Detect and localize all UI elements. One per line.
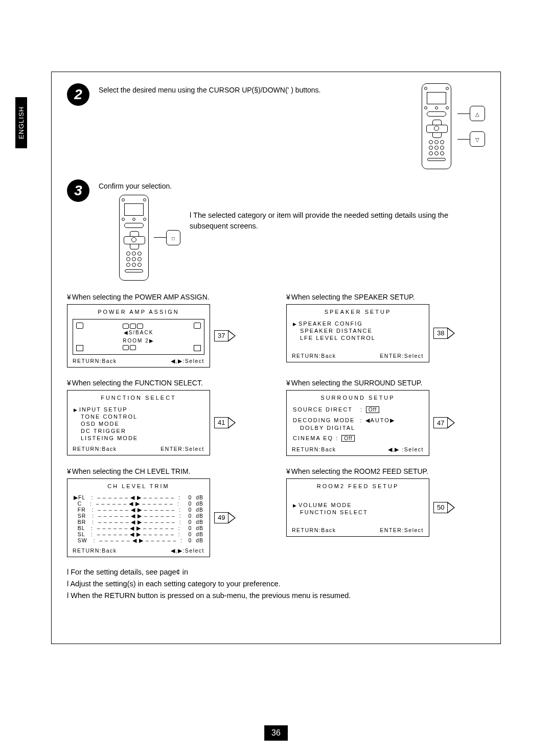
osd-footer-left: RETURN:Back	[73, 547, 117, 554]
osd-footer-left: RETURN:Back	[292, 446, 336, 452]
caption: When selecting the SURROUND SETUP.	[286, 379, 485, 387]
ch-row: BR : – – – – – – ◀ ▶ – – – – – – :0 dB	[74, 519, 203, 525]
osd-title: FUNCTION SELECT	[73, 395, 204, 401]
ch-row: SW : – – – – – – ◀ ▶ – – – – – – :0 dB	[74, 537, 203, 543]
step-3-remote-illustration: □	[119, 195, 180, 281]
footnotes: For the setting details, see page¢ in Ad…	[67, 566, 485, 602]
note-line: For the setting details, see page¢ in	[67, 566, 485, 578]
step-3-text: Confirm your selection.	[99, 179, 180, 192]
osd-footer-left: RETURN:Back	[292, 353, 336, 359]
osd-footer-left: RETURN:Back	[73, 446, 117, 452]
osd-panel: CH LEVEL TRIM ▶FL : – – – – – – ◀ ▶ – – …	[67, 478, 210, 557]
enter-callout: □	[166, 230, 180, 245]
osd-panel: POWER AMP ASSIGN ◀S/BACK ROOM 2▶	[67, 304, 210, 368]
osd-footer-right: ◀,▶ :Select	[388, 446, 424, 452]
osd-panel: ROOM2 FEED SETUP VOLUME MODE FUNCTION SE…	[286, 478, 429, 537]
ch-row: C : – – – – – – ◀ ▶ – – – – – – :0 dB	[74, 500, 203, 507]
remote-icon	[422, 83, 451, 169]
osd-item: INPUT SETUP	[74, 406, 203, 413]
manual-page: ENGLISH 2 Select the desired menu using …	[0, 0, 552, 756]
ch-row: SL : – – – – – – ◀ ▶ – – – – – – :0 dB	[74, 531, 203, 537]
osd-footer-left: RETURN:Back	[292, 527, 336, 533]
page-ref: 41	[214, 417, 236, 428]
osd-item: LISTEING MODE	[74, 434, 203, 442]
osd-item: FUNCTION SELECT	[293, 509, 423, 516]
step-3-badge: 3	[67, 179, 89, 202]
page-ref: 49	[214, 512, 236, 523]
screen-surround-setup: When selecting the SURROUND SETUP. SURRO…	[286, 379, 485, 456]
step-3-info: The selected category or item will provi…	[190, 179, 485, 232]
osd-screens-grid: When selecting the POWER AMP ASSIGN. POW…	[67, 293, 485, 557]
osd-panel: SURROUND SETUP SOURCE DIRECT : Off DECOD…	[286, 390, 429, 456]
page-ref: 50	[433, 502, 455, 513]
osd-item: SPEAKER DISTANCE	[293, 327, 423, 334]
screen-power-amp-assign: When selecting the POWER AMP ASSIGN. POW…	[67, 293, 266, 368]
caption: When selecting the ROOM2 FEED SETUP.	[286, 467, 485, 475]
osd-item: TONE CONTROL	[74, 413, 203, 420]
osd-footer-left: RETURN:Back	[73, 358, 117, 364]
step-3-row: 3 Confirm your selection. □	[67, 179, 485, 281]
ch-row: ▶FL : – – – – – – ◀ ▶ – – – – – – :0 dB	[74, 494, 203, 500]
osd-item: OSD MODE	[74, 420, 203, 427]
step-2-text: Select the desired menu using the CURSOR…	[99, 83, 402, 96]
osd-label: CINEMA EQ :	[293, 435, 338, 441]
osd-footer-right: ENTER:Select	[380, 353, 424, 359]
osd-title: POWER AMP ASSIGN	[73, 309, 204, 315]
screen-speaker-setup: When selecting the SPEAKER SETUP. SPEAKE…	[286, 293, 485, 368]
osd-value: Off	[366, 406, 379, 413]
osd-item: VOLUME MODE	[293, 501, 423, 509]
page-ref: 38	[433, 328, 455, 339]
caption: When selecting the CH LEVEL TRIM.	[67, 467, 266, 475]
osd-panel: SPEAKER SETUP SPEAKER CONFIG SPEAKER DIS…	[286, 304, 429, 362]
note-line: When the RETURN button is pressed on a s…	[67, 590, 485, 602]
osd-item: SPEAKER CONFIG	[293, 320, 423, 327]
content-frame: 2 Select the desired menu using the CURS…	[51, 72, 501, 644]
ch-row: SR : – – – – – – ◀ ▶ – – – – – – :0 dB	[74, 513, 203, 519]
caption: When selecting the FUNCTION SELECT.	[67, 379, 266, 387]
step-2-row: 2 Select the desired menu using the CURS…	[67, 83, 485, 169]
osd-title: CH LEVEL TRIM	[73, 483, 204, 489]
remote-icon	[119, 195, 149, 281]
osd-value: Off	[341, 435, 355, 442]
osd-footer-right: ◀,▶:Select	[171, 358, 204, 364]
language-tab: ENGLISH	[15, 97, 27, 148]
caption: When selecting the POWER AMP ASSIGN.	[67, 293, 266, 301]
osd-footer-right: ENTER:Select	[380, 527, 424, 533]
osd-footer-right: ◀,▶:Select	[171, 547, 204, 554]
screen-room2-feed: When selecting the ROOM2 FEED SETUP. ROO…	[286, 467, 485, 557]
cursor-up-callout: △	[470, 106, 485, 121]
osd-line: ◀S/BACK	[123, 329, 154, 337]
caption: When selecting the SPEAKER SETUP.	[286, 293, 485, 301]
cursor-down-callout: ▽	[470, 131, 485, 147]
step-2-badge: 2	[67, 83, 89, 106]
osd-item: DC TRIGGER	[74, 427, 203, 434]
note-line: Adjust the setting(s) in each setting ca…	[67, 578, 485, 590]
osd-footer-right: ENTER:Select	[160, 446, 204, 452]
ch-row: BL : – – – – – – ◀ ▶ – – – – – – :0 dB	[74, 525, 203, 531]
osd-panel: FUNCTION SELECT INPUT SETUP TONE CONTROL…	[67, 390, 210, 455]
step-2-remote-illustration: △ ▽	[422, 83, 485, 169]
osd-title: SPEAKER SETUP	[292, 309, 424, 315]
osd-title: ROOM2 FEED SETUP	[292, 483, 424, 489]
osd-label: DECODING MODE : ◀AUTO▶	[293, 417, 423, 424]
screen-function-select: When selecting the FUNCTION SELECT. FUNC…	[67, 379, 266, 456]
page-number: 36	[264, 725, 288, 741]
screen-ch-level-trim: When selecting the CH LEVEL TRIM. CH LEV…	[67, 467, 266, 557]
osd-line: ROOM 2▶	[123, 337, 154, 345]
osd-sub: DOLBY DIGITAL	[293, 424, 423, 431]
page-ref: 47	[433, 417, 455, 428]
osd-title: SURROUND SETUP	[292, 395, 424, 401]
osd-label: SOURCE DIRECT :	[293, 406, 363, 413]
osd-item: LFE LEVEL CONTROL	[293, 334, 423, 341]
ch-row: FR : – – – – – – ◀ ▶ – – – – – – :0 dB	[74, 507, 203, 513]
page-ref: 37	[214, 330, 236, 341]
